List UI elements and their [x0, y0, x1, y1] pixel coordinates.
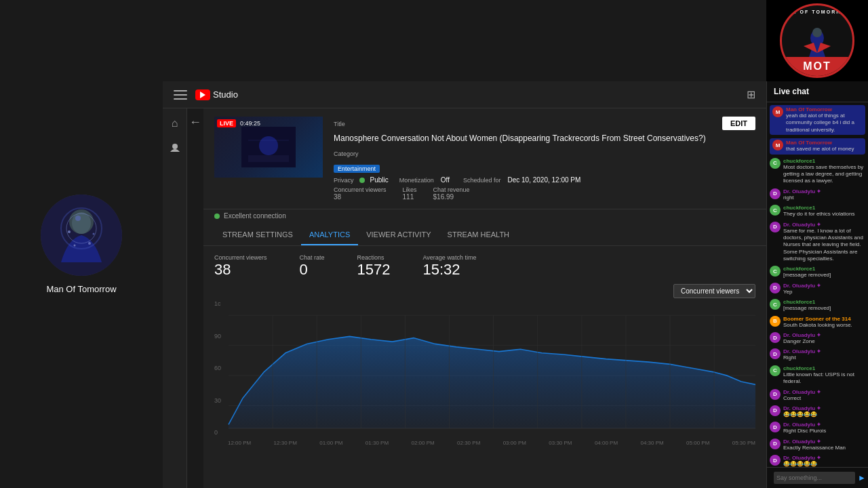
chat-avatar-16: D: [770, 439, 781, 449]
monetization-label: Monetization: [399, 177, 434, 184]
stat-chat-rate-value: 0: [300, 261, 308, 278]
back-button[interactable]: ←: [187, 114, 203, 130]
chat-content-9: Boomer Sooner of the 314 South Dakota lo…: [783, 316, 865, 329]
mot-top-text: MAN OF TOMORROW: [783, 9, 852, 14]
chat-message-1: M Man Of Tomorrow that saved me alot of …: [770, 138, 865, 154]
svg-point-11: [88, 242, 91, 245]
chat-username-7: Dr. Oluadylu ✦: [783, 283, 865, 289]
header-right: ⊞: [747, 88, 755, 101]
mot-abbr-text: MOT: [803, 60, 831, 73]
chat-avatar-12: C: [770, 365, 781, 376]
stat-concurrent-viewers: Concurrent viewers 38: [214, 254, 267, 279]
chat-message-13: D Dr. Oluadylu ✦ Correct: [770, 389, 865, 402]
tab-stream-settings[interactable]: STREAM SETTINGS: [214, 225, 301, 245]
chat-message-4: C chuckforce1 They do it for ethics viol…: [770, 205, 865, 218]
menu-icon[interactable]: [174, 90, 187, 100]
chat-avatar-11: D: [770, 348, 781, 359]
tab-viewer-activity[interactable]: VIEWER ACTIVITY: [358, 225, 439, 245]
chat-username-1: Man Of Tomorrow: [786, 140, 863, 146]
tab-stream-health[interactable]: STREAM HEALTH: [439, 225, 517, 245]
chat-send-button[interactable]: ►: [858, 473, 866, 483]
chart-type-dropdown[interactable]: Concurrent viewers Chat rate: [673, 284, 755, 298]
stream-thumbnail: LIVE 0:49:25: [214, 117, 323, 178]
chat-avatar-8: C: [770, 299, 781, 310]
thumbnail-preview-svg: [241, 127, 296, 167]
x-label-2: 01:00 PM: [319, 440, 342, 446]
x-label-9: 04:30 PM: [640, 440, 663, 446]
category-value-row: Entertainment: [334, 161, 711, 174]
chat-message-7: D Dr. Oluadylu ✦ Yep: [770, 283, 865, 296]
chat-content-10: Dr. Oluadylu ✦ Danger Zone: [783, 332, 865, 345]
chat-avatar-15: D: [770, 422, 781, 432]
chat-content-2: chuckforce1 Most doctors save themselves…: [783, 158, 865, 185]
chat-text-16: Exactly Renaissance Man: [783, 445, 865, 451]
chat-content-3: Dr. Oluadylu ✦ right: [783, 188, 865, 201]
stat-concurrent-value: 38: [214, 261, 231, 278]
chat-content-8: chuckforce1 [message removed]: [783, 299, 865, 312]
chat-message-14: D Dr. Oluadylu ✦ 😂😂😂😂😂: [770, 405, 865, 418]
svg-point-10: [74, 244, 76, 246]
x-label-10: 05:00 PM: [686, 440, 709, 446]
svg-point-9: [93, 232, 95, 235]
live-badge: LIVE: [217, 119, 236, 127]
chat-content-13: Dr. Oluadylu ✦ Correct: [783, 389, 865, 402]
left-panel: Man Of Tomorrow: [0, 0, 163, 488]
chat-content-15: Dr. Oluadylu ✦ Right Disc Plurois: [783, 422, 865, 434]
chat-username-0: Man Of Tomorrow: [786, 106, 863, 113]
chat-username-3: Dr. Oluadylu ✦: [783, 188, 865, 195]
chat-avatar-3: D: [770, 188, 781, 199]
metric-revenue-value: $16.99: [433, 193, 454, 201]
metric-viewers-label: Concurrent viewers: [334, 186, 387, 193]
tab-analytics[interactable]: ANALYTICS: [301, 225, 358, 245]
chat-text-17: 😂😂😂😂😂: [783, 461, 865, 467]
stat-avg-watch-label: Average watch time: [423, 254, 477, 261]
chat-avatar-9: B: [770, 316, 781, 327]
chat-username-4: chuckforce1: [783, 205, 865, 211]
chat-text-12: Little known fact: USPS is not federal.: [783, 371, 865, 386]
mot-bottom-bar: MOT: [782, 57, 852, 76]
chat-text-7: Yep: [783, 289, 865, 296]
channel-avatar[interactable]: [41, 195, 122, 276]
mot-logo: MAN OF TOMORROW MOT: [766, 0, 868, 81]
privacy-row: Privacy Public Monetization Off Schedule…: [334, 176, 711, 184]
chat-avatar-0: M: [772, 106, 783, 117]
chat-input-field[interactable]: [774, 472, 855, 484]
chat-panel: Live chat M Man Of Tomorrow yeah did alo…: [766, 81, 868, 488]
stat-chat-rate: Chat rate 0: [300, 254, 325, 279]
chat-message-17: D Dr. Oluadylu ✦ 😂😂😂😂😂: [770, 455, 865, 467]
chat-username-2: chuckforce1: [783, 158, 865, 164]
x-label-5: 02:30 PM: [457, 440, 480, 446]
stream-title: Manosphere Conversation Not About Women …: [334, 134, 706, 143]
chat-text-6: [message removed]: [783, 272, 865, 279]
x-label-8: 04:00 PM: [595, 440, 618, 446]
chat-avatar-6: C: [770, 266, 781, 277]
sidebar: ⌂: [163, 108, 187, 488]
x-label-11: 05:30 PM: [732, 440, 755, 446]
y-label-60: 60: [214, 365, 228, 371]
chat-content-11: Dr. Oluadylu ✦ Right: [783, 348, 865, 361]
chat-text-13: Correct: [783, 395, 865, 402]
chat-text-0: yeah did alot of things at community col…: [786, 113, 863, 134]
scheduled-value: Dec 10, 2020, 12:00 PM: [508, 176, 581, 184]
chat-content-1: Man Of Tomorrow that saved me alot of mo…: [786, 140, 863, 152]
chat-message-3: D Dr. Oluadylu ✦ right: [770, 188, 865, 201]
privacy-value: Public: [370, 176, 389, 184]
sidebar-avatar-icon[interactable]: [165, 138, 184, 157]
chat-username-8: chuckforce1: [783, 299, 865, 305]
duration-badge: 0:49:25: [237, 119, 263, 127]
stream-info-section: LIVE 0:49:25 Title Manosphere Conversati…: [203, 108, 766, 209]
sidebar-avatar-svg: [170, 142, 180, 153]
edit-button[interactable]: EDIT: [722, 117, 755, 130]
chat-username-5: Dr. Oluadylu ✦: [783, 222, 865, 228]
chat-message-9: B Boomer Sooner of the 314 South Dakota …: [770, 316, 865, 329]
chat-text-10: Danger Zone: [783, 338, 865, 345]
studio-header: Studio ⊞: [163, 81, 766, 108]
studio-label: Studio: [213, 89, 238, 100]
x-label-4: 02:00 PM: [411, 440, 434, 446]
title-label: Title: [334, 121, 345, 127]
scheduled-label: Scheduled for: [463, 177, 501, 184]
grid-icon[interactable]: ⊞: [747, 89, 755, 100]
sidebar-home-icon[interactable]: ⌂: [165, 114, 184, 133]
chat-text-15: Right Disc Plurois: [783, 428, 865, 434]
chat-text-9: South Dakota looking worse.: [783, 322, 865, 329]
